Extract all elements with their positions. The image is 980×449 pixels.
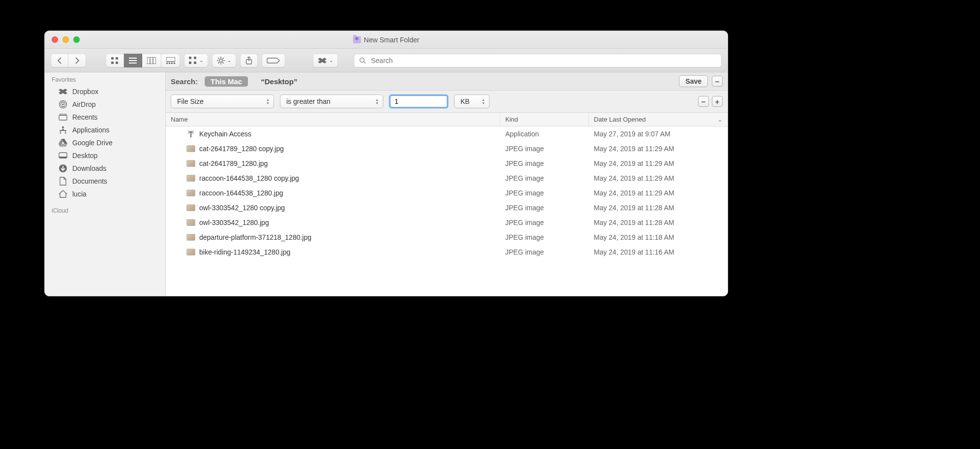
close-window-button[interactable] (52, 36, 58, 43)
cell-date: May 24, 2019 at 11:18 AM (589, 233, 728, 241)
table-row[interactable]: raccoon-1644538_1280.jpgJPEG imageMay 24… (166, 186, 728, 200)
action-menu-button[interactable]: ⌄ (212, 54, 236, 67)
table-row[interactable]: departure-platform-371218_1280.jpgJPEG i… (166, 230, 728, 245)
chevron-down-icon: ⌄ (329, 58, 333, 63)
sidebar: Favorites Dropbox AirDrop Recents (45, 72, 166, 296)
table-row[interactable]: Keychain AccessApplicationMay 27, 2019 a… (166, 127, 728, 141)
cell-kind: JPEG image (500, 248, 589, 256)
recents-icon (59, 113, 67, 122)
table-row[interactable]: owl-3303542_1280.jpgJPEG imageMay 24, 20… (166, 215, 728, 230)
svg-line-24 (218, 58, 219, 59)
file-name: owl-3303542_1280 copy.jpg (199, 204, 285, 212)
svg-rect-17 (194, 57, 196, 59)
sidebar-item-label: Recents (72, 113, 97, 121)
svg-rect-14 (174, 63, 175, 64)
table-row[interactable]: bike-riding-1149234_1280.jpgJPEG imageMa… (166, 245, 728, 259)
dropbox-toolbar-button[interactable]: ⌄ (313, 54, 338, 67)
svg-rect-0 (111, 57, 114, 60)
share-button[interactable] (240, 54, 258, 67)
select-value: File Size (177, 97, 204, 105)
column-view-icon (147, 57, 156, 64)
scope-this-mac[interactable]: This Mac (205, 76, 248, 87)
cell-date: May 24, 2019 at 11:29 AM (589, 189, 728, 197)
svg-rect-12 (169, 63, 170, 64)
file-name: raccoon-1644538_1280 copy.jpg (199, 174, 299, 182)
search-input[interactable] (370, 56, 716, 65)
svg-point-34 (62, 103, 64, 105)
svg-rect-7 (147, 57, 156, 64)
chevron-left-icon (57, 57, 62, 64)
zoom-window-button[interactable] (73, 36, 80, 43)
table-row[interactable]: cat-2641789_1280.jpgJPEG imageMay 24, 20… (166, 156, 728, 171)
sidebar-item-desktop[interactable]: Desktop (45, 149, 165, 162)
view-switcher (106, 54, 180, 67)
back-button[interactable] (51, 54, 68, 67)
file-name: cat-2641789_1280 copy.jpg (199, 145, 284, 153)
window-title-text: New Smart Folder (364, 36, 420, 44)
image-thumbnail-icon (186, 175, 195, 182)
add-criteria-button[interactable]: + (712, 96, 723, 107)
sidebar-item-label: Documents (72, 177, 107, 185)
tags-button[interactable] (262, 54, 285, 67)
cell-name: raccoon-1644538_1280.jpg (166, 189, 500, 197)
cell-name: cat-2641789_1280 copy.jpg (166, 145, 500, 153)
remove-criteria-button[interactable]: − (698, 96, 709, 107)
application-icon (186, 129, 195, 138)
cell-kind: JPEG image (500, 145, 589, 153)
cell-kind: JPEG image (500, 233, 589, 241)
sidebar-section-label: iCloud (45, 206, 165, 216)
save-button[interactable]: Save (679, 75, 708, 87)
share-icon (245, 57, 252, 64)
svg-point-30 (360, 58, 365, 62)
sidebar-item-documents[interactable]: Documents (45, 175, 165, 188)
file-name: raccoon-1644538_1280.jpg (199, 189, 283, 197)
table-row[interactable]: owl-3303542_1280 copy.jpgJPEG imageMay 2… (166, 200, 728, 215)
image-thumbnail-icon (186, 249, 195, 256)
cell-date: May 24, 2019 at 11:29 AM (589, 145, 728, 153)
icon-view-button[interactable] (106, 54, 124, 67)
scope-desktop[interactable]: “Desktop” (255, 76, 303, 87)
svg-rect-46 (190, 133, 192, 137)
minimize-window-button[interactable] (62, 36, 69, 43)
cell-date: May 24, 2019 at 11:29 AM (589, 174, 728, 182)
column-view-button[interactable] (142, 54, 161, 67)
table-row[interactable]: raccoon-1644538_1280 copy.jpgJPEG imageM… (166, 171, 728, 186)
group-by-button[interactable]: ⌄ (184, 54, 208, 67)
sidebar-item-dropbox[interactable]: Dropbox (45, 85, 165, 98)
image-thumbnail-icon (186, 234, 195, 241)
table-row[interactable]: cat-2641789_1280 copy.jpgJPEG imageMay 2… (166, 141, 728, 156)
cell-name: departure-platform-371218_1280.jpg (166, 233, 500, 241)
column-header-kind[interactable]: Kind (500, 113, 589, 126)
comparison-select[interactable]: is greater than ▲▼ (280, 95, 383, 108)
sidebar-item-label: Applications (72, 126, 110, 134)
value-input[interactable] (389, 95, 448, 108)
file-name: bike-riding-1149234_1280.jpg (199, 248, 290, 256)
sidebar-item-applications[interactable]: Applications (45, 124, 165, 136)
sidebar-item-home[interactable]: lucia (45, 188, 165, 200)
column-header-name[interactable]: Name (166, 113, 500, 126)
search-field[interactable] (354, 54, 722, 67)
sidebar-item-recents[interactable]: Recents (45, 111, 165, 124)
sidebar-item-airdrop[interactable]: AirDrop (45, 98, 165, 111)
stepper-icon: ▲▼ (375, 98, 379, 105)
list-view-button[interactable] (124, 54, 142, 67)
cell-date: May 24, 2019 at 11:29 AM (589, 160, 728, 167)
criteria-bar: File Size ▲▼ is greater than ▲▼ KB ▲▼ − … (166, 91, 728, 113)
toolbar: ⌄ ⌄ ⌄ (45, 49, 728, 72)
cell-date: May 24, 2019 at 11:28 AM (589, 219, 728, 226)
stepper-icon: ▲▼ (482, 98, 485, 105)
svg-rect-13 (171, 63, 173, 64)
cell-name: cat-2641789_1280.jpg (166, 160, 500, 167)
image-thumbnail-icon (186, 204, 195, 211)
sidebar-item-google-drive[interactable]: Google Drive (45, 136, 165, 149)
file-name: Keychain Access (199, 130, 251, 138)
column-header-date[interactable]: Date Last Opened ⌄ (589, 113, 728, 126)
attribute-select[interactable]: File Size ▲▼ (171, 95, 274, 108)
unit-select[interactable]: KB ▲▼ (454, 95, 490, 108)
list-view-icon (129, 57, 137, 64)
titlebar: New Smart Folder (45, 31, 728, 49)
remove-scope-button[interactable]: − (712, 76, 723, 87)
forward-button[interactable] (68, 54, 86, 67)
gallery-view-button[interactable] (161, 54, 180, 67)
sidebar-item-downloads[interactable]: Downloads (45, 162, 165, 175)
